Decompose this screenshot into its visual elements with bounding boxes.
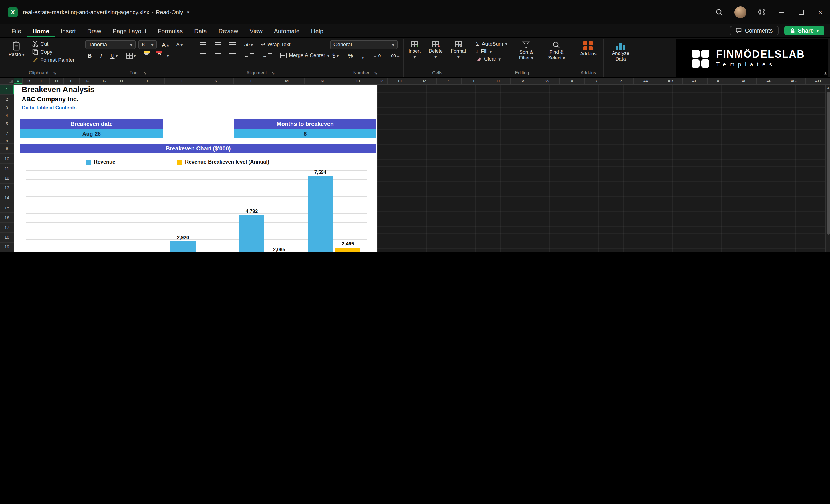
dialog-launcher-icon[interactable]: ↘ [374,71,378,75]
column-header-aa[interactable]: AA [634,78,659,84]
column-header-j[interactable]: J [165,78,198,84]
comma-style-button[interactable]: , [360,51,366,60]
menu-tab-help[interactable]: Help [306,24,329,37]
column-header-d[interactable]: D [50,78,64,84]
maximize-button[interactable] [791,0,810,24]
column-header-u[interactable]: U [486,78,511,84]
column-header-l[interactable]: L [234,78,269,84]
cut-button[interactable]: Cut [30,40,76,48]
number-format-combobox[interactable]: General▾ [330,40,397,49]
row-header-4[interactable]: 4 [0,112,14,119]
vertical-scrollbar[interactable]: ▴ ▾ [825,85,830,252]
dialog-launcher-icon[interactable]: ↘ [143,71,147,75]
column-header-s[interactable]: S [437,78,461,84]
row-header-14[interactable]: 14 [0,193,14,203]
align-top-button[interactable] [197,40,208,49]
row-header-18[interactable]: 18 [0,232,14,242]
row-header-7[interactable]: 7 [0,129,14,138]
menu-tab-file[interactable]: File [6,24,27,37]
row-header-11[interactable]: 11 [0,164,14,174]
column-header-v[interactable]: V [511,78,535,84]
scroll-up-arrow[interactable]: ▴ [826,85,830,89]
align-right-button[interactable] [227,51,238,60]
row-header-10[interactable]: 10 [0,154,14,164]
ribbon-collapse-chevron[interactable]: ▴ [824,70,827,75]
dialog-launcher-icon[interactable]: ↘ [272,71,275,75]
column-header-ah[interactable]: AH [806,78,830,84]
font-color-button[interactable]: A [156,51,163,60]
column-header-af[interactable]: AF [757,78,781,84]
breakeven-chart[interactable]: RevenueRevenue Breakeven level (Annual) … [14,85,377,252]
column-header-i[interactable]: I [130,78,165,84]
menu-tab-formulas[interactable]: Formulas [152,24,189,37]
menu-tab-review[interactable]: Review [213,24,244,37]
analyze-data-button[interactable]: Analyze Data [607,40,634,63]
autosum-button[interactable]: ΣAutoSum▾ [474,40,509,48]
decrease-font-size-button[interactable]: A▾ [174,40,185,49]
column-header-b[interactable]: B [23,78,35,84]
row-header-3[interactable]: 3 [0,104,14,112]
menu-tab-insert[interactable]: Insert [55,24,82,37]
currency-format-button[interactable]: $ ▾ [330,51,341,60]
column-header-t[interactable]: T [461,78,486,84]
underline-button[interactable]: U ▾ [108,51,120,60]
column-header-m[interactable]: M [269,78,305,84]
column-header-g[interactable]: G [96,78,113,84]
select-all-corner[interactable] [0,78,14,84]
column-header-z[interactable]: Z [609,78,634,84]
close-button[interactable]: × [810,0,830,24]
format-cells-button[interactable]: ✎ Format ▾ [448,40,469,61]
row-header-1[interactable]: 1 [0,85,14,95]
font-name-combobox[interactable]: Tahoma▾ [85,40,135,49]
sphere-button[interactable] [752,0,772,24]
increase-indent-button[interactable]: → [260,51,275,60]
empty-cells-area[interactable] [377,85,825,252]
fill-color-button[interactable] [142,51,152,60]
fill-button[interactable]: ↓Fill▾ [474,48,509,55]
column-header-ac[interactable]: AC [683,78,708,84]
row-header-17[interactable]: 17 [0,223,14,232]
column-header-ab[interactable]: AB [659,78,683,84]
column-header-f[interactable]: F [79,78,96,84]
clear-button[interactable]: Clear▾ [474,56,509,62]
copy-button[interactable]: Copy [30,48,76,56]
increase-decimal-button[interactable]: ←.0 [371,51,383,60]
delete-cells-button[interactable]: × Delete ▾ [426,40,445,61]
column-header-k[interactable]: K [198,78,234,84]
excel-app-icon[interactable]: X [8,7,18,17]
menu-tab-automate[interactable]: Automate [268,24,306,37]
menu-tab-data[interactable]: Data [189,24,213,37]
search-button[interactable] [709,0,729,24]
add-ins-button[interactable]: Add-ins [578,40,599,58]
borders-button[interactable]: ▾ [124,51,138,60]
insert-cells-button[interactable]: + Insert ▾ [406,40,423,61]
italic-button[interactable]: I [98,51,104,60]
row-header-8[interactable]: 8 [0,138,14,144]
row-header-13[interactable]: 13 [0,183,14,193]
column-header-r[interactable]: R [412,78,437,84]
align-bottom-button[interactable] [227,40,238,49]
column-header-y[interactable]: Y [584,78,609,84]
menu-tab-home[interactable]: Home [27,24,55,37]
row-header-9[interactable]: 9 [0,144,14,154]
bold-button[interactable]: B [85,51,94,60]
row-header-16[interactable]: 16 [0,213,14,223]
column-header-a[interactable]: A [14,78,23,84]
paste-button[interactable]: Paste ▾ [6,40,27,59]
increase-font-size-button[interactable]: A▴ [160,40,171,49]
row-header-15[interactable]: 15 [0,203,14,213]
row-header-12[interactable]: 12 [0,174,14,183]
user-avatar[interactable] [734,6,746,18]
dialog-launcher-icon[interactable]: ↘ [53,71,56,75]
row-header-19[interactable]: 19 [0,242,14,252]
column-header-ad[interactable]: AD [708,78,732,84]
column-header-n[interactable]: N [305,78,340,84]
column-header-e[interactable]: E [64,78,79,84]
vertical-scrollbar-thumb[interactable] [827,92,830,234]
column-header-c[interactable]: C [35,78,50,84]
column-header-q[interactable]: Q [388,78,412,84]
menu-tab-page-layout[interactable]: Page Layout [107,24,152,37]
format-painter-button[interactable]: Format Painter [30,56,76,63]
find-select-button[interactable]: Find & Select ▾ [543,40,569,62]
column-header-o[interactable]: O [340,78,376,84]
